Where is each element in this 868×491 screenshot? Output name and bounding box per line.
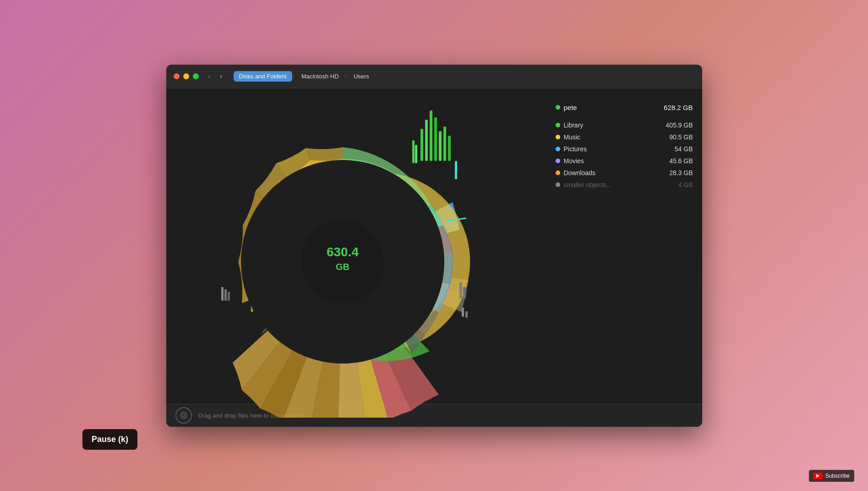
pictures-size: 54 GB [675,145,693,153]
svg-point-28 [180,412,187,419]
pause-badge[interactable]: Pause (k) [82,429,137,450]
chart-area: 630.4 GB [166,88,546,404]
drag-drop-icon [175,407,192,424]
svg-rect-9 [430,110,432,161]
sidebar-item-pictures[interactable]: Pictures 54 GB [556,144,693,154]
breadcrumb: Disks and Folders › Macintosh HD › Users [234,71,375,82]
back-button[interactable]: ‹ [204,71,214,81]
svg-rect-13 [448,136,451,161]
movies-dot [556,159,560,163]
svg-rect-22 [463,287,466,298]
downloads-label: Downloads [564,169,595,177]
svg-text:630.4: 630.4 [326,245,358,259]
svg-rect-20 [228,292,230,301]
forward-button[interactable]: › [216,71,226,81]
nav-arrows: ‹ › [204,71,226,81]
breadcrumb-macintosh[interactable]: Macintosh HD [296,71,344,82]
svg-rect-16 [415,145,417,163]
sidebar-item-music[interactable]: Music 90.5 GB [556,132,693,142]
downloads-size: 28.3 GB [669,169,693,177]
sidebar-item-downloads[interactable]: Downloads 28.3 GB [556,168,693,178]
svg-rect-18 [221,287,224,301]
pictures-label: Pictures [564,145,587,153]
disk-chart[interactable]: 630.4 GB [205,106,480,418]
svg-rect-12 [443,127,446,161]
smaller-dot [556,182,560,187]
sidebar-item-movies[interactable]: Movies 45.6 GB [556,156,693,166]
traffic-lights [174,73,199,79]
yt-subscribe-label: Subscribe [825,473,850,479]
svg-text:GB: GB [336,262,349,272]
youtube-icon [813,473,823,479]
svg-rect-15 [412,140,415,163]
smaller-size: 4 GB [678,181,693,188]
close-button[interactable] [174,73,180,79]
titlebar: ‹ › Disks and Folders › Macintosh HD › U… [166,65,702,88]
svg-rect-21 [459,282,462,298]
library-size: 405.9 GB [666,121,693,129]
movies-size: 45.6 GB [669,157,693,165]
youtube-badge[interactable]: Subscribe [809,470,854,482]
svg-rect-23 [462,308,464,317]
sidebar-item-library[interactable]: Library 405.9 GB [556,120,693,130]
svg-rect-24 [465,311,468,318]
main-window: ‹ › Disks and Folders › Macintosh HD › U… [166,65,702,427]
library-dot [556,123,560,127]
sidebar-item-smaller[interactable]: smaller objects... 4 GB [556,180,693,190]
music-dot [556,135,560,139]
content-area: 630.4 GB [166,88,702,404]
svg-rect-10 [434,117,437,161]
svg-rect-7 [420,129,423,161]
downloads-dot [556,171,560,175]
sidebar-item-pete[interactable]: pete 628.2 GB [556,102,693,113]
music-label: Music [564,133,581,141]
pictures-dot [556,147,560,151]
breadcrumb-sep-2: › [345,73,347,80]
smaller-label: smaller objects... [564,181,612,188]
sidebar: pete 628.2 GB Library 405.9 GB Music [546,88,702,404]
maximize-button[interactable] [193,73,199,79]
svg-rect-11 [439,131,442,161]
pete-size: 628.2 GB [664,104,693,111]
pete-dot [556,105,560,110]
svg-rect-14 [455,161,457,179]
breadcrumb-users[interactable]: Users [348,71,375,82]
breadcrumb-sep-1: › [293,73,295,80]
minimize-button[interactable] [183,73,189,79]
svg-rect-8 [425,120,428,161]
pete-label: pete [564,104,577,111]
music-size: 90.5 GB [669,133,693,141]
svg-rect-19 [224,289,227,301]
svg-point-29 [182,414,185,417]
breadcrumb-disks[interactable]: Disks and Folders [234,71,292,82]
library-label: Library [564,121,584,129]
movies-label: Movies [564,157,584,165]
